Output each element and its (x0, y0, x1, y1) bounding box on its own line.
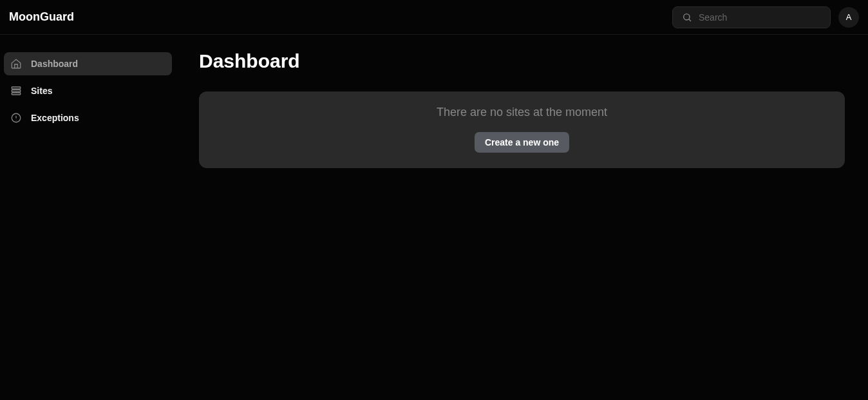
svg-rect-3 (12, 90, 21, 92)
avatar[interactable]: A (838, 7, 859, 28)
brand-title: MoonGuard (9, 10, 74, 24)
create-new-button[interactable]: Create a new one (475, 132, 569, 153)
svg-rect-4 (12, 93, 21, 95)
layout: Dashboard Sites Exceptions Dashboard The… (0, 35, 868, 400)
empty-state-card: There are no sites at the moment Create … (199, 91, 845, 168)
svg-point-0 (684, 14, 690, 19)
page-title: Dashboard (199, 50, 845, 72)
sidebar-item-label: Dashboard (31, 59, 78, 69)
sidebar-item-label: Sites (31, 86, 52, 96)
queue-icon (10, 85, 22, 97)
sidebar-item-exceptions[interactable]: Exceptions (4, 106, 172, 129)
main-content: Dashboard There are no sites at the mome… (176, 35, 868, 400)
header: MoonGuard A (0, 0, 868, 35)
alert-circle-icon (10, 112, 22, 124)
svg-line-1 (689, 19, 691, 21)
search-input[interactable] (699, 12, 821, 23)
search-container[interactable] (672, 6, 831, 28)
sidebar-item-label: Exceptions (31, 113, 79, 123)
home-icon (10, 58, 22, 70)
search-icon (682, 12, 692, 23)
sidebar-item-dashboard[interactable]: Dashboard (4, 52, 172, 75)
header-right: A (672, 6, 859, 28)
sidebar: Dashboard Sites Exceptions (0, 35, 176, 400)
sidebar-item-sites[interactable]: Sites (4, 79, 172, 102)
svg-rect-2 (12, 87, 21, 89)
empty-state-message: There are no sites at the moment (437, 106, 607, 119)
